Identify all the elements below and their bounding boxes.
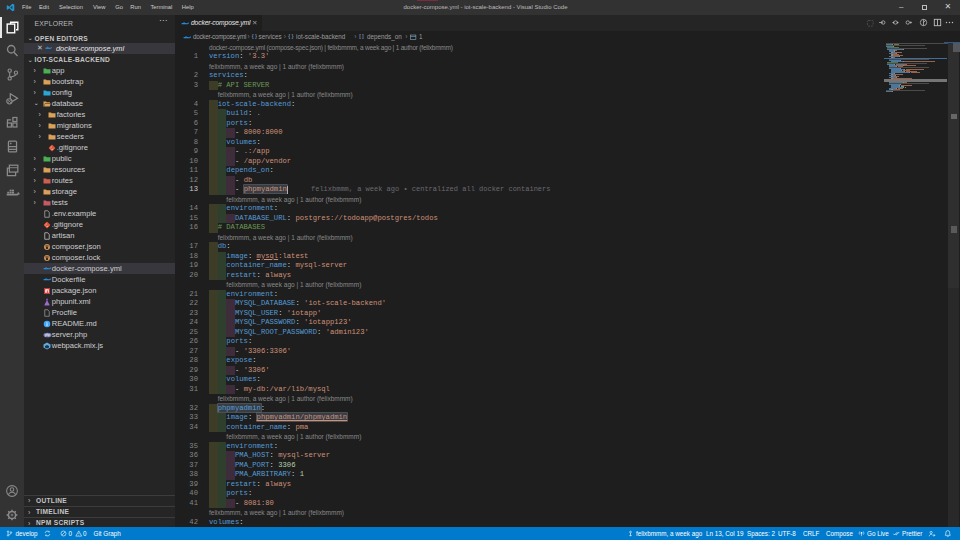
svg-text:php: php bbox=[44, 333, 49, 337]
